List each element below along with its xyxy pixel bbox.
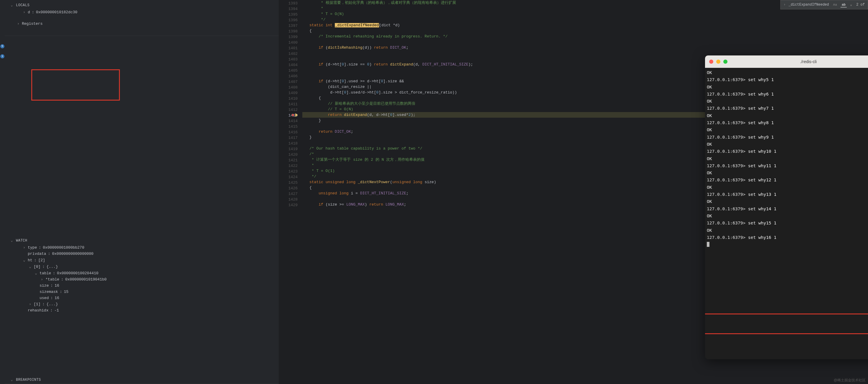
code-line[interactable]: */ — [302, 17, 868, 23]
line-number[interactable]: 1397 — [279, 23, 302, 28]
line-number[interactable]: 1413 — [279, 112, 302, 118]
line-number[interactable]: 1400 — [279, 39, 302, 45]
line-number[interactable]: 1424 — [279, 174, 302, 179]
line-number[interactable]: 1418 — [279, 140, 302, 146]
watch-row[interactable]: ›[1]: {...} — [17, 301, 279, 307]
terminal-response: OK — [707, 169, 868, 176]
breakpoints-header[interactable]: ⌄ BREAKPOINTS — [5, 376, 279, 384]
line-number[interactable]: 1425 — [279, 179, 302, 185]
chevron-icon: ⌄ — [23, 258, 26, 263]
code-line[interactable]: { — [302, 28, 868, 34]
line-number[interactable]: 1406 — [279, 73, 302, 78]
terminal-response: OK — [707, 69, 868, 76]
line-number[interactable]: 1410 — [279, 95, 302, 101]
watch-row[interactable]: ⌄table: 0x0000000100204410 — [17, 270, 279, 276]
watch-row[interactable]: ⌄[0]: {...} — [17, 264, 279, 270]
line-number[interactable]: 1429 — [279, 202, 302, 207]
terminal-response: OK — [707, 126, 868, 133]
line-number[interactable]: 1423 — [279, 168, 302, 174]
find-match-count: 2 of — [856, 3, 865, 7]
watch-row[interactable]: rehashidx: -1 — [17, 307, 279, 314]
locals-header[interactable]: ⌄ Locals — [5, 1, 279, 9]
find-bar: › _dictExpandIfNeeded Aa ab ⁎ 2 of — [780, 0, 868, 9]
line-number[interactable]: 1398 — [279, 28, 302, 34]
terminal-response: OK — [707, 155, 868, 162]
find-case-icon[interactable]: Aa — [832, 2, 838, 7]
terminal-body[interactable]: OK127.0.0.1:6379> set why5 1OK127.0.0.1:… — [705, 68, 868, 249]
terminal-command: 127.0.0.1:6379> set why13 1 — [707, 191, 868, 198]
chevron-icon: ⌄ — [34, 271, 38, 276]
line-number[interactable]: 1408 — [279, 84, 302, 90]
code-line[interactable]: if (dictIsRehashing(d)) return DICT_OK; — [302, 45, 868, 50]
line-number[interactable]: 1426 — [279, 185, 302, 190]
watermark: @稀土掘金技术社区 — [834, 378, 866, 383]
terminal-cursor-line[interactable] — [707, 241, 868, 248]
code-line[interactable] — [302, 39, 868, 45]
chevron-down-icon: ⌄ — [10, 238, 13, 243]
find-input[interactable]: _dictExpandIfNeeded — [788, 3, 829, 7]
activity-bar: 5 1 — [0, 0, 5, 384]
watch-row[interactable]: size: 16 — [17, 283, 279, 289]
line-number[interactable]: 1409 — [279, 90, 302, 95]
watch-row[interactable]: ⌄ht: [2] — [17, 257, 279, 264]
breakpoints-title: BREAKPOINTS — [16, 378, 41, 382]
find-regex-icon[interactable]: ⁎ — [849, 2, 853, 7]
watch-row[interactable]: ›type: 0x00000001000bb270 — [17, 244, 279, 251]
line-number[interactable]: 1404 — [279, 62, 302, 67]
line-number[interactable]: 1403 — [279, 56, 302, 62]
line-number[interactable]: 1395 — [279, 11, 302, 17]
registers-row[interactable]: › Registers — [17, 21, 279, 27]
chevron-icon: › — [40, 277, 44, 282]
line-number[interactable]: 1402 — [279, 50, 302, 56]
watch-header[interactable]: ⌄ WATCH — [5, 237, 279, 244]
line-number[interactable]: 1417 — [279, 135, 302, 140]
breakpoint-icon[interactable] — [292, 114, 294, 116]
terminal-command: 127.0.0.1:6379> set why16 1 — [707, 234, 868, 241]
terminal-response: OK — [707, 112, 868, 119]
line-number[interactable]: 1420 — [279, 151, 302, 157]
locals-row-d[interactable]: › d: 0x000000010182dc30 — [17, 9, 279, 15]
terminal-command: 127.0.0.1:6379> set why10 1 — [707, 148, 868, 155]
chevron-down-icon: ⌄ — [10, 3, 13, 7]
terminal-response: OK — [707, 184, 868, 191]
line-number[interactable]: 1415 — [279, 123, 302, 129]
line-number[interactable]: 1405 — [279, 67, 302, 73]
watch-row[interactable]: privdata: 0x0000000000000000 — [17, 251, 279, 257]
line-number[interactable]: 1422 — [279, 163, 302, 168]
terminal-command: 127.0.0.1:6379> set why12 1 — [707, 176, 868, 183]
locals-title: Locals — [16, 3, 30, 7]
watch-row[interactable]: sizemask: 15 — [17, 289, 279, 295]
line-number[interactable]: 1411 — [279, 101, 302, 106]
line-number[interactable]: 1428 — [279, 196, 302, 202]
terminal-command: 127.0.0.1:6379> set why11 1 — [707, 162, 868, 169]
line-number[interactable]: 1394 — [279, 6, 302, 11]
find-word-icon[interactable]: ab — [841, 2, 847, 7]
line-number[interactable]: 1419 — [279, 146, 302, 151]
line-number[interactable]: 1401 — [279, 45, 302, 50]
watch-row[interactable]: ›*table: 0x00000001019041b0 — [17, 276, 279, 283]
line-number[interactable]: 1393 — [279, 0, 302, 6]
terminal-response: OK — [707, 98, 868, 105]
line-number[interactable]: 1414 — [279, 118, 302, 123]
code-line[interactable]: * T = O(N) — [302, 11, 868, 17]
highlight-terminal-last — [705, 314, 868, 334]
line-number[interactable]: 1416 — [279, 129, 302, 135]
terminal-response: OK — [707, 212, 868, 219]
line-number[interactable]: 1407 — [279, 78, 302, 84]
line-number[interactable]: 1427 — [279, 190, 302, 196]
terminal-command: 127.0.0.1:6379> set why5 1 — [707, 76, 868, 83]
line-number[interactable]: 1412 — [279, 106, 302, 112]
terminal-titlebar[interactable]: ./redis-cli — [705, 56, 868, 68]
line-number[interactable]: 1421 — [279, 157, 302, 163]
terminal-command: 127.0.0.1:6379> set why9 1 — [707, 134, 868, 141]
watch-row[interactable]: used: 16 — [17, 295, 279, 301]
activity-badge-1[interactable]: 5 — [0, 44, 4, 48]
line-number[interactable]: 1399 — [279, 34, 302, 39]
line-number[interactable]: 1396 — [279, 17, 302, 23]
terminal-response: OK — [707, 227, 868, 234]
watch-title: WATCH — [16, 239, 27, 243]
code-line[interactable]: static int _dictExpandIfNeeded(dict *d) — [302, 23, 868, 28]
activity-badge-2[interactable]: 1 — [0, 54, 4, 59]
code-line[interactable]: /* Incremental rehashing already in prog… — [302, 34, 868, 39]
find-prev-icon[interactable]: › — [783, 3, 786, 7]
